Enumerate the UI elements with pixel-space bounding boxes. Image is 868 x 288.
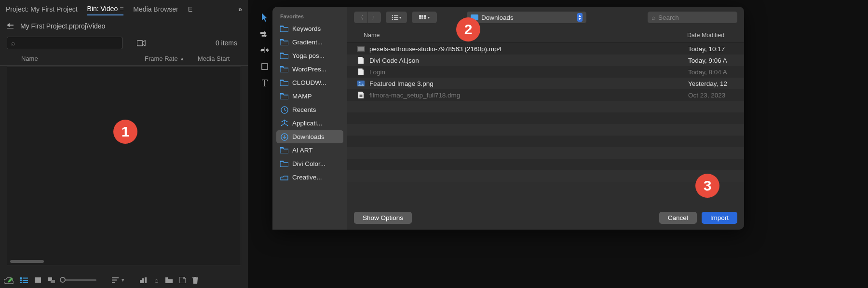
sidebar-item-mamp[interactable]: MAMP bbox=[276, 90, 343, 103]
file-row[interactable]: LoginToday, 8:04 A bbox=[347, 66, 744, 78]
freeform-view-icon[interactable] bbox=[48, 277, 55, 283]
search-icon: ⌕ bbox=[11, 39, 15, 47]
search-input[interactable]: ⌕ bbox=[7, 37, 122, 49]
camera-icon[interactable] bbox=[137, 40, 146, 46]
scrollbar-horizontal[interactable] bbox=[10, 260, 44, 263]
automate-icon[interactable] bbox=[140, 277, 148, 283]
svg-rect-36 bbox=[424, 17, 426, 19]
sort-icon[interactable] bbox=[112, 277, 119, 283]
file-row[interactable]: filmora-mac_setup_full718.dmgOct 23, 202… bbox=[347, 89, 744, 101]
svg-rect-6 bbox=[23, 282, 28, 283]
dropdown-arrows-icon: ▴▾ bbox=[577, 13, 583, 22]
col-mediastart[interactable]: Media Start bbox=[198, 55, 241, 62]
svg-rect-2 bbox=[20, 279, 22, 281]
track-select-tool-icon[interactable] bbox=[258, 27, 271, 41]
overflow-chevrons-icon[interactable]: » bbox=[238, 5, 242, 13]
selection-tool-icon[interactable] bbox=[258, 11, 271, 24]
empty-row bbox=[347, 136, 744, 147]
file-header-name[interactable]: Name bbox=[364, 32, 687, 39]
svg-rect-26 bbox=[394, 15, 398, 16]
svg-point-22 bbox=[281, 121, 283, 122]
find-icon[interactable]: ⌕ bbox=[154, 276, 159, 284]
menu-icon[interactable]: ≡ bbox=[120, 5, 123, 13]
new-bin-icon[interactable] bbox=[165, 277, 173, 283]
trash-icon[interactable] bbox=[192, 277, 198, 284]
svg-rect-4 bbox=[23, 277, 28, 278]
project-path: My First Project.prproj\Video bbox=[20, 22, 105, 30]
nav-forward-button[interactable]: 〉 bbox=[367, 12, 381, 23]
slider-knob[interactable] bbox=[60, 277, 66, 283]
svg-rect-14 bbox=[142, 278, 144, 283]
sidebar-item-label: AI ART bbox=[292, 147, 313, 154]
sidebar-item-aiart[interactable]: AI ART bbox=[276, 144, 343, 157]
ripple-edit-tool-icon[interactable] bbox=[258, 43, 271, 57]
sidebar-item-yogapos[interactable]: Yoga pos... bbox=[276, 49, 343, 62]
empty-row bbox=[347, 101, 744, 112]
sidebar-item-keywords[interactable]: Keywords bbox=[276, 22, 343, 35]
back-icon[interactable] bbox=[7, 23, 14, 29]
file-type-icon bbox=[356, 92, 366, 98]
chevron-down-icon[interactable]: ▾ bbox=[122, 277, 124, 283]
tab-e[interactable]: E bbox=[188, 3, 192, 15]
import-button[interactable]: Import bbox=[702, 212, 737, 224]
file-name: Featured Image 3.png bbox=[369, 80, 688, 87]
folder-icon bbox=[280, 38, 288, 46]
svg-point-21 bbox=[286, 124, 288, 126]
col-framerate[interactable]: Frame Rate ▲ bbox=[145, 55, 198, 62]
location-select[interactable]: Downloads ▴▾ bbox=[467, 12, 586, 23]
cancel-button[interactable]: Cancel bbox=[659, 212, 697, 224]
empty-row bbox=[347, 170, 744, 182]
dialog-search-input[interactable]: ⌕ Search bbox=[648, 12, 737, 23]
razor-tool-icon[interactable] bbox=[258, 60, 271, 73]
zoom-slider[interactable] bbox=[63, 279, 96, 281]
nav-back-button[interactable]: 〈 bbox=[354, 12, 367, 23]
file-date: Today, 10:17 bbox=[688, 45, 737, 53]
svg-point-40 bbox=[359, 82, 360, 83]
col-name[interactable]: Name bbox=[21, 55, 145, 62]
sidebar-item-creative[interactable]: Creative... bbox=[276, 171, 343, 184]
new-item-icon[interactable] bbox=[179, 277, 186, 283]
file-name: filmora-mac_setup_full718.dmg bbox=[369, 92, 688, 99]
sidebar-item-divicolor[interactable]: Divi Color... bbox=[276, 157, 343, 170]
file-name: Login bbox=[369, 69, 688, 76]
svg-rect-34 bbox=[419, 17, 421, 19]
file-header-date[interactable]: Date Modified bbox=[687, 32, 733, 39]
tab-project[interactable]: Project: My First Project bbox=[6, 3, 78, 15]
file-row[interactable]: Featured Image 3.pngYesterday, 12 bbox=[347, 78, 744, 89]
cloud-icon bbox=[280, 173, 288, 181]
svg-rect-28 bbox=[394, 17, 398, 18]
sidebar-item-recents[interactable]: Recents bbox=[276, 103, 343, 116]
svg-rect-32 bbox=[421, 15, 423, 17]
list-view-icon[interactable] bbox=[20, 277, 28, 283]
sidebar-item-cloudw[interactable]: CLOUDW... bbox=[276, 76, 343, 89]
type-tool-icon[interactable]: T bbox=[258, 76, 271, 90]
panel-tabs: Project: My First Project Bin: Video≡ Me… bbox=[0, 0, 248, 18]
svg-rect-33 bbox=[424, 15, 426, 17]
sidebar-header: Favorites bbox=[276, 12, 343, 22]
sidebar-item-applicati[interactable]: Applicati... bbox=[276, 117, 343, 130]
tab-bin[interactable]: Bin: Video≡ bbox=[87, 3, 124, 15]
bin-list[interactable] bbox=[7, 67, 241, 265]
empty-row bbox=[347, 147, 744, 159]
creative-cloud-icon[interactable] bbox=[4, 277, 14, 284]
tool-strip: T bbox=[258, 11, 272, 93]
sidebar-item-gradient[interactable]: Gradient... bbox=[276, 36, 343, 49]
tab-media-browser[interactable]: Media Browser bbox=[133, 3, 178, 15]
folder-icon bbox=[280, 52, 288, 60]
svg-rect-13 bbox=[140, 280, 142, 283]
group-select[interactable]: ▾ bbox=[412, 12, 437, 23]
file-list[interactable]: pexels-arthouse-studio-7978563 (2160p).m… bbox=[347, 43, 744, 207]
sidebar-item-downloads[interactable]: Downloads bbox=[276, 130, 343, 143]
file-date: Today, 8:04 A bbox=[688, 69, 737, 76]
file-type-icon bbox=[356, 46, 366, 52]
view-mode-select[interactable]: ▾ bbox=[386, 12, 407, 23]
file-name: Divi Code AI.json bbox=[369, 57, 688, 64]
file-row[interactable]: pexels-arthouse-studio-7978563 (2160p).m… bbox=[347, 43, 744, 55]
show-options-button[interactable]: Show Options bbox=[354, 212, 412, 224]
icon-view-icon[interactable] bbox=[35, 277, 41, 283]
folder-icon bbox=[280, 160, 288, 168]
sidebar-item-wordpres[interactable]: WordPres... bbox=[276, 63, 343, 76]
sidebar-item-label: Applicati... bbox=[292, 120, 322, 127]
list-header: Name Frame Rate ▲ Media Start bbox=[0, 52, 248, 66]
file-row[interactable]: Divi Code AI.jsonToday, 9:06 A bbox=[347, 55, 744, 66]
